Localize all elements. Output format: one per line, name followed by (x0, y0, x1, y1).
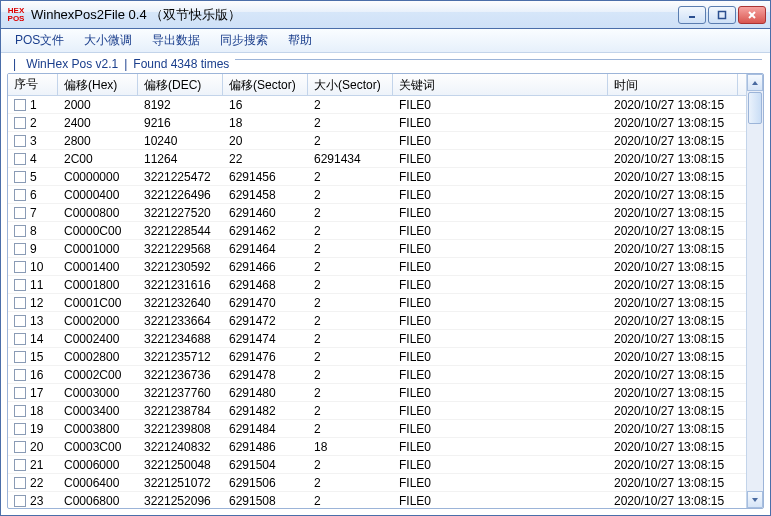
close-button[interactable] (738, 6, 766, 24)
row-checkbox[interactable] (14, 459, 26, 471)
seq-value: 16 (30, 368, 43, 382)
row-checkbox[interactable] (14, 369, 26, 381)
cell-seq: 10 (8, 259, 58, 275)
table-row[interactable]: 18C0003400322123878462914822FILE02020/10… (8, 402, 746, 420)
table-row[interactable]: 7C0000800322122752062914602FILE02020/10/… (8, 204, 746, 222)
cell-keyword: FILE0 (393, 313, 608, 329)
table-row[interactable]: 8C0000C00322122854462914622FILE02020/10/… (8, 222, 746, 240)
cell-size: 2 (308, 385, 393, 401)
col-time[interactable]: 时间 (608, 74, 738, 95)
cell-seq: 7 (8, 205, 58, 221)
cell-time: 2020/10/27 13:08:15 (608, 439, 738, 455)
row-checkbox[interactable] (14, 441, 26, 453)
cell-hex: C0003C00 (58, 439, 138, 455)
cell-keyword: FILE0 (393, 439, 608, 455)
col-size[interactable]: 大小(Sector) (308, 74, 393, 95)
table-row[interactable]: 3280010240202FILE02020/10/27 13:08:15 (8, 132, 746, 150)
row-checkbox[interactable] (14, 495, 26, 507)
cell-hex: C0000400 (58, 187, 138, 203)
minimize-button[interactable] (678, 6, 706, 24)
cell-seq: 13 (8, 313, 58, 329)
menu-help[interactable]: 帮助 (280, 30, 320, 51)
cell-time: 2020/10/27 13:08:15 (608, 277, 738, 293)
row-checkbox[interactable] (14, 135, 26, 147)
scroll-thumb[interactable] (748, 92, 762, 124)
table-row[interactable]: 21C0006000322125004862915042FILE02020/10… (8, 456, 746, 474)
row-checkbox[interactable] (14, 171, 26, 183)
row-checkbox[interactable] (14, 477, 26, 489)
vertical-scrollbar[interactable] (746, 74, 763, 508)
cell-seq: 20 (8, 439, 58, 455)
row-checkbox[interactable] (14, 423, 26, 435)
col-sector[interactable]: 偏移(Sector) (223, 74, 308, 95)
row-checkbox[interactable] (14, 387, 26, 399)
table-row[interactable]: 22C0006400322125107262915062FILE02020/10… (8, 474, 746, 492)
row-checkbox[interactable] (14, 261, 26, 273)
cell-time: 2020/10/27 13:08:15 (608, 475, 738, 491)
row-checkbox[interactable] (14, 243, 26, 255)
row-checkbox[interactable] (14, 315, 26, 327)
row-checkbox[interactable] (14, 333, 26, 345)
col-hex[interactable]: 偏移(Hex) (58, 74, 138, 95)
row-checkbox[interactable] (14, 279, 26, 291)
menu-posfile[interactable]: POS文件 (7, 30, 72, 51)
table-row[interactable]: 9C0001000322122956862914642FILE02020/10/… (8, 240, 746, 258)
table-row[interactable]: 11C0001800322123161662914682FILE02020/10… (8, 276, 746, 294)
row-checkbox[interactable] (14, 297, 26, 309)
row-checkbox[interactable] (14, 189, 26, 201)
table-row[interactable]: 6C0000400322122649662914582FILE02020/10/… (8, 186, 746, 204)
row-checkbox[interactable] (14, 153, 26, 165)
table-row[interactable]: 20C0003C003221240832629148618FILE02020/1… (8, 438, 746, 456)
table-row[interactable]: 120008192162FILE02020/10/27 13:08:15 (8, 96, 746, 114)
cell-sector: 6291476 (223, 349, 308, 365)
table-row[interactable]: 23C0006800322125209662915082FILE02020/10… (8, 492, 746, 508)
row-checkbox[interactable] (14, 99, 26, 111)
table-body: 120008192162FILE02020/10/27 13:08:152240… (8, 96, 746, 508)
seq-value: 8 (30, 224, 37, 238)
scroll-up-button[interactable] (747, 74, 763, 91)
menu-syncsearch[interactable]: 同步搜索 (212, 30, 276, 51)
col-keyword[interactable]: 关键词 (393, 74, 608, 95)
maximize-button[interactable] (708, 6, 736, 24)
row-checkbox[interactable] (14, 405, 26, 417)
table-row[interactable]: 15C0002800322123571262914762FILE02020/10… (8, 348, 746, 366)
cell-dec: 3221228544 (138, 223, 223, 239)
row-checkbox[interactable] (14, 117, 26, 129)
titlebar[interactable]: HEXPOS WinhexPos2File 0.4 （双节快乐版） (1, 1, 770, 29)
table-row[interactable]: 12C0001C00322123264062914702FILE02020/10… (8, 294, 746, 312)
table-row[interactable]: 42C0011264226291434FILE02020/10/27 13:08… (8, 150, 746, 168)
cell-keyword: FILE0 (393, 151, 608, 167)
cell-dec: 3221225472 (138, 169, 223, 185)
table-row[interactable]: 13C0002000322123366462914722FILE02020/10… (8, 312, 746, 330)
menu-export[interactable]: 导出数据 (144, 30, 208, 51)
cell-size: 2 (308, 475, 393, 491)
cell-keyword: FILE0 (393, 259, 608, 275)
menu-sizeadj[interactable]: 大小微调 (76, 30, 140, 51)
cell-size: 2 (308, 367, 393, 383)
cell-time: 2020/10/27 13:08:15 (608, 187, 738, 203)
table-row[interactable]: 16C0002C00322123673662914782FILE02020/10… (8, 366, 746, 384)
cell-sector: 6291486 (223, 439, 308, 455)
cell-size: 2 (308, 259, 393, 275)
table-row[interactable]: 10C0001400322123059262914662FILE02020/10… (8, 258, 746, 276)
cell-time: 2020/10/27 13:08:15 (608, 259, 738, 275)
col-dec[interactable]: 偏移(DEC) (138, 74, 223, 95)
row-checkbox[interactable] (14, 207, 26, 219)
table-row[interactable]: 14C0002400322123468862914742FILE02020/10… (8, 330, 746, 348)
row-checkbox[interactable] (14, 351, 26, 363)
col-seq[interactable]: 序号 (8, 74, 58, 95)
row-checkbox[interactable] (14, 225, 26, 237)
cell-keyword: FILE0 (393, 349, 608, 365)
table-row[interactable]: 224009216182FILE02020/10/27 13:08:15 (8, 114, 746, 132)
table-row[interactable]: 19C0003800322123980862914842FILE02020/10… (8, 420, 746, 438)
cell-keyword: FILE0 (393, 403, 608, 419)
scroll-down-button[interactable] (747, 491, 763, 508)
cell-size: 2 (308, 421, 393, 437)
table-row[interactable]: 17C0003000322123776062914802FILE02020/10… (8, 384, 746, 402)
seq-value: 7 (30, 206, 37, 220)
status-found: Found 4348 times (127, 57, 235, 71)
seq-value: 17 (30, 386, 43, 400)
cell-hex: C0006800 (58, 493, 138, 509)
table-row[interactable]: 5C0000000322122547262914562FILE02020/10/… (8, 168, 746, 186)
cell-hex: 2C00 (58, 151, 138, 167)
